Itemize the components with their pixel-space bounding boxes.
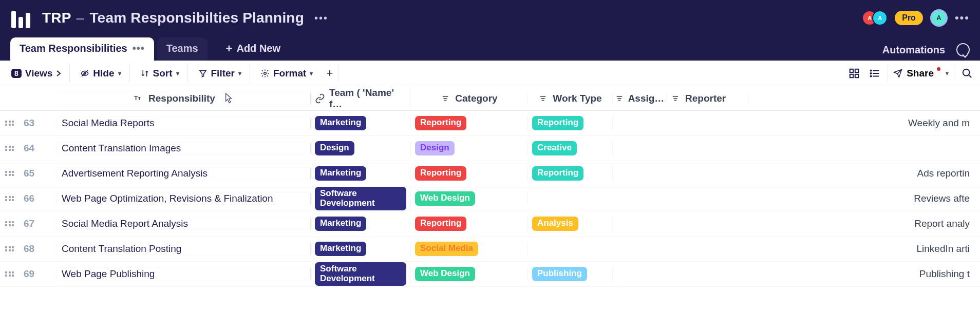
cell-category[interactable]: Design [411,141,528,155]
filter-button[interactable]: Filter ▾ [192,64,250,83]
col-category[interactable]: Category [411,93,528,104]
cell-team[interactable]: Design [311,141,411,155]
cell-responsibility[interactable]: Social Media Reports [56,118,311,129]
cell-category[interactable]: Reporting [411,116,528,130]
hide-label: Hide [93,68,114,79]
comments-icon[interactable] [956,43,970,56]
title-more-icon[interactable]: ••• [314,12,328,24]
search-icon[interactable] [959,66,975,81]
header-more-icon[interactable]: ••• [955,11,970,25]
drag-icon[interactable] [5,121,14,126]
cell-team[interactable]: Software Development [311,187,411,210]
cell-extra[interactable]: Report analy [749,218,970,229]
tab-label: Add New [236,43,280,54]
drag-icon[interactable] [5,246,14,251]
tab-label: Teams [166,43,198,54]
cell-responsibility[interactable]: Content Translation Images [56,143,311,154]
cell-team[interactable]: Marketing [311,166,411,181]
svg-point-12 [871,75,872,76]
cell-responsibility[interactable]: Advertisement Reporting Analysis [56,168,311,179]
svg-point-2 [264,72,267,74]
row-handle[interactable]: 69 [0,268,56,280]
col-worktype[interactable]: Work Type [528,93,613,104]
row-handle[interactable]: 67 [0,218,56,229]
share-button[interactable]: Share ▾ [888,65,954,82]
drag-icon[interactable] [5,196,14,201]
user-avatar[interactable]: A [930,9,948,27]
cell-extra[interactable]: Weekly and m [749,118,970,129]
views-label: Views [25,68,53,79]
tab-add-new[interactable]: + Add New [217,37,290,61]
cell-extra[interactable]: Ads reportin [749,168,970,179]
table-row[interactable]: 69Web Page PublishingSoftware Developmen… [0,262,980,287]
select-icon [441,93,451,104]
team-tag: Marketing [315,116,366,130]
drag-icon[interactable] [5,146,14,151]
cell-team[interactable]: Marketing [311,116,411,130]
grid-view-icon[interactable] [846,66,862,81]
share-indicator-dot [937,67,940,71]
row-handle[interactable]: 65 [0,168,56,179]
svg-line-14 [969,74,972,77]
row-handle[interactable]: 63 [0,118,56,129]
cell-worktype[interactable]: Analysis [528,217,613,231]
cell-team[interactable]: Marketing [311,217,411,231]
sort-button[interactable]: Sort ▾ [134,64,188,83]
col-responsibility[interactable]: Tт Responsibility [56,92,311,105]
col-assignee[interactable]: Assig… [613,93,667,104]
tab-team-responsibilities[interactable]: Team Responsibilities ••• [10,37,154,61]
row-handle[interactable]: 64 [0,143,56,154]
cell-category[interactable]: Web Design [411,191,528,206]
select-icon [671,93,681,104]
cell-team[interactable]: Software Development [311,262,411,286]
row-number: 64 [24,143,34,154]
cell-worktype[interactable]: Creative [528,141,613,155]
tab-teams[interactable]: Teams [157,37,208,61]
presence-avatars[interactable]: A A [862,10,888,26]
list-view-icon[interactable] [867,66,882,81]
col-team[interactable]: Team ( 'Name' f… [311,87,411,110]
hide-button[interactable]: Hide ▾ [74,64,129,83]
cell-category[interactable]: Reporting [411,217,528,231]
drag-icon[interactable] [5,271,14,277]
column-label: Work Type [553,93,601,104]
table-row[interactable]: 65Advertisement Reporting AnalysisMarket… [0,161,980,186]
cell-extra[interactable]: Reviews afte [749,193,970,204]
add-tool-button[interactable]: + [321,65,338,82]
cell-category[interactable]: Reporting [411,166,528,181]
column-label: Category [455,93,497,104]
table-row[interactable]: 64Content Translation ImagesDesignDesign… [0,136,980,161]
cell-extra[interactable]: LinkedIn arti [749,243,970,255]
drag-icon[interactable] [5,221,14,226]
cell-extra[interactable]: Publishing t [749,268,970,280]
table-row[interactable]: 63Social Media ReportsMarketingReporting… [0,111,980,136]
views-button[interactable]: 8 Views [5,64,70,83]
tab-more-icon[interactable]: ••• [133,43,145,54]
cell-responsibility[interactable]: Content Translation Posting [56,243,311,255]
cell-responsibility[interactable]: Web Page Optimization, Revisions & Final… [56,193,311,204]
col-reporter[interactable]: Reporter [667,93,749,104]
cell-team[interactable]: Marketing [311,242,411,256]
cell-worktype[interactable]: Publishing [528,267,613,281]
format-button[interactable]: Format ▾ [254,64,319,83]
team-tag: Software Development [315,262,406,286]
cell-worktype[interactable]: Reporting [528,166,613,181]
avatar[interactable]: A [872,10,888,26]
cell-category[interactable]: Social Media [411,242,528,256]
pro-badge[interactable]: Pro [895,11,923,25]
table-row[interactable]: 66Web Page Optimization, Revisions & Fin… [0,186,980,211]
page-title[interactable]: TRP – Team Responsibilties Planning [42,10,304,26]
worktype-tag: Analysis [532,217,578,231]
drag-icon[interactable] [5,171,14,176]
cell-worktype[interactable]: Reporting [528,116,613,130]
cell-responsibility[interactable]: Web Page Publishing [56,268,311,280]
table-row[interactable]: 67Social Media Report AnalysisMarketingR… [0,211,980,237]
table-row[interactable]: 68Content Translation PostingMarketingSo… [0,237,980,262]
svg-text:Tт: Tт [134,94,141,102]
automations-button[interactable]: Automations [882,44,945,56]
cell-category[interactable]: Web Design [411,267,528,281]
cell-responsibility[interactable]: Social Media Report Analysis [56,218,311,229]
row-handle[interactable]: 66 [0,193,56,204]
svg-point-11 [871,72,872,73]
row-handle[interactable]: 68 [0,243,56,255]
